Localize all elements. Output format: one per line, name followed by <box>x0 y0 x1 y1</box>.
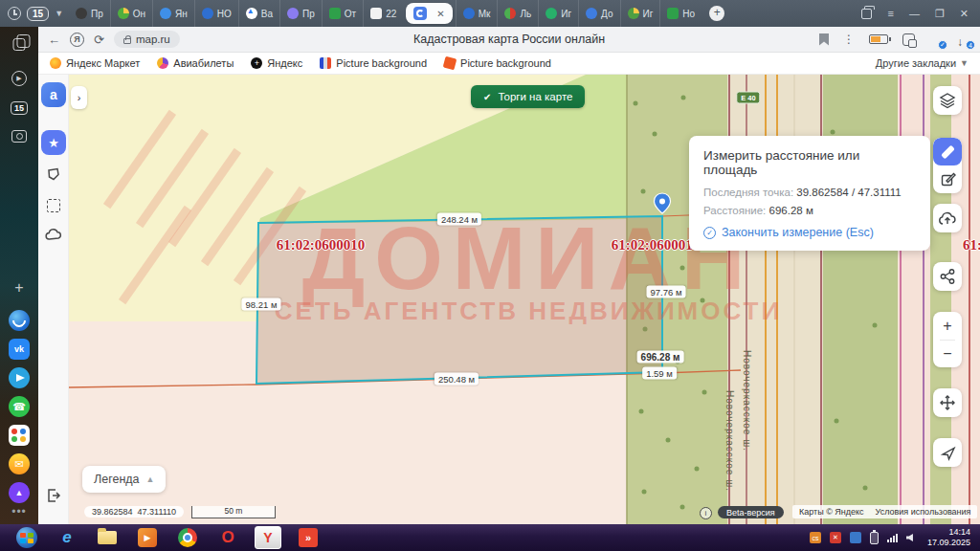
tab[interactable]: Ва <box>238 0 279 27</box>
bookmark-item[interactable]: Яндекс <box>251 57 302 69</box>
attribution-label[interactable]: Карты © Яндекс <box>799 507 864 517</box>
terms-link[interactable]: Условия использования <box>876 507 971 517</box>
bookmark-icon[interactable] <box>819 33 829 46</box>
close-tab-icon[interactable]: ✕ <box>436 9 444 19</box>
chevron-down-icon[interactable]: ▼ <box>55 9 63 18</box>
battery-icon[interactable] <box>870 532 879 544</box>
yandex-browser-icon-active[interactable]: Y <box>255 526 281 549</box>
minimize-button[interactable]: — <box>909 8 920 19</box>
telegram-icon[interactable] <box>9 367 30 388</box>
tab[interactable]: От <box>322 0 363 27</box>
other-bookmarks-button[interactable]: Другие закладки▼ <box>876 57 969 69</box>
downloads-icon[interactable]: ↓4 <box>957 33 970 46</box>
zoom-out-button[interactable]: − <box>933 341 962 367</box>
new-tab-button[interactable]: + <box>709 6 724 21</box>
file-explorer-icon[interactable] <box>94 526 121 549</box>
alice-icon[interactable]: ▲ <box>9 482 30 503</box>
vk-icon[interactable]: vk <box>9 339 30 360</box>
tab[interactable]: Пр <box>279 0 322 27</box>
address-bar[interactable]: map.ru <box>114 31 180 48</box>
legend-label: Легенда <box>94 473 140 486</box>
edit-button[interactable] <box>933 165 962 193</box>
tab[interactable]: Пр <box>69 0 110 27</box>
map-app-logo[interactable]: a <box>41 82 66 107</box>
map-app-sidebar: a ★ <box>38 75 69 524</box>
tab[interactable]: Иг <box>538 0 578 27</box>
tray-flag-icon[interactable]: ✕ <box>830 532 841 543</box>
info-icon[interactable]: i <box>700 507 712 519</box>
tab-counter-badge[interactable]: 15 <box>11 101 28 115</box>
yandex-home-icon[interactable]: Я <box>70 33 84 47</box>
reload-button[interactable]: ⟳ <box>94 33 104 47</box>
media-player-icon[interactable]: ▶ <box>134 526 161 549</box>
tab-title: Мк <box>479 9 491 19</box>
bookmark-item[interactable]: Авиабилеты <box>157 57 234 69</box>
tab[interactable]: 22 <box>363 0 403 27</box>
battery-saver-icon[interactable] <box>869 34 888 44</box>
tab[interactable]: НО <box>194 0 238 27</box>
extension-icon[interactable]: ✓ <box>929 33 943 46</box>
sidebar-expand-button[interactable]: › <box>71 86 87 109</box>
tab-favicon <box>504 8 516 19</box>
trades-on-map-button[interactable]: ✔ Торги на карте <box>471 85 585 108</box>
video-icon[interactable]: ▶ <box>11 71 27 86</box>
pan-button[interactable] <box>933 388 962 417</box>
whatsapp-icon[interactable]: ☎ <box>9 396 30 417</box>
volume-icon[interactable] <box>906 534 913 541</box>
maximize-button[interactable]: ❐ <box>935 8 945 20</box>
history-icon[interactable] <box>8 7 21 20</box>
tab-panel-icon[interactable] <box>861 9 872 19</box>
internet-explorer-icon[interactable]: e <box>54 526 80 549</box>
chrome-icon[interactable] <box>174 526 201 549</box>
polygon-tool-icon[interactable] <box>46 166 61 186</box>
bookmark-item[interactable]: Яндекс Маркет <box>50 57 140 69</box>
legend-button[interactable]: Легенда ▲ <box>82 466 166 493</box>
tab[interactable]: Иг <box>620 0 660 27</box>
tray-app-icon[interactable] <box>850 532 861 543</box>
tab-title: Ян <box>175 9 188 19</box>
close-window-button[interactable]: ✕ <box>960 8 969 20</box>
map-scale-bar: 50 m <box>191 506 276 518</box>
map-canvas[interactable]: ДОМИАН СЕТЬ АГЕНТСТВ НЕДВИЖИМОСТИ 61:02:… <box>69 75 980 524</box>
kebab-menu-icon[interactable]: ⋮ <box>843 33 855 46</box>
bookmark-item[interactable]: Picture background <box>320 57 427 69</box>
locate-button[interactable] <box>933 438 962 467</box>
mail-ru-icon[interactable] <box>9 310 30 331</box>
upload-button[interactable] <box>933 204 962 232</box>
collections-icon[interactable] <box>902 33 915 46</box>
ruler-button[interactable] <box>933 138 962 165</box>
tab-group-chip[interactable]: 15 <box>27 7 49 21</box>
yandex-icon <box>251 57 262 69</box>
share-button[interactable] <box>933 262 962 291</box>
tab[interactable]: Он <box>110 0 152 27</box>
back-button[interactable]: ← <box>48 33 60 47</box>
tabs-sync-icon[interactable] <box>13 38 26 51</box>
tab[interactable]: Мк <box>456 0 498 27</box>
tab-active[interactable]: ✕ <box>406 3 452 24</box>
favorites-star-button[interactable]: ★ <box>41 130 66 155</box>
screenshot-icon[interactable] <box>11 130 27 143</box>
area-select-icon[interactable] <box>47 199 60 212</box>
layers-button[interactable] <box>933 86 962 115</box>
yandex-mail-icon[interactable]: ✉ <box>9 453 30 474</box>
tab[interactable]: Ль <box>497 0 538 27</box>
tab[interactable]: Ян <box>152 0 194 27</box>
tab[interactable]: Но <box>659 0 702 27</box>
finish-measure-link[interactable]: ✓ Закончить измерение (Esc) <box>703 226 916 239</box>
tray-app-icon[interactable]: cs <box>810 532 821 543</box>
menu-icon[interactable]: ≡ <box>887 8 893 19</box>
tab-favicon <box>246 8 257 19</box>
add-shortcut-icon[interactable]: + <box>14 279 23 297</box>
bookmark-item[interactable]: Picture background <box>444 57 551 69</box>
exit-icon[interactable] <box>46 488 61 507</box>
taskbar-clock[interactable]: 14:14 17.09.2025 <box>922 527 980 549</box>
yandex-services-icon[interactable] <box>9 425 30 446</box>
cloud-icon[interactable] <box>45 228 62 245</box>
opera-icon[interactable]: O <box>214 526 241 549</box>
start-button[interactable] <box>13 526 40 549</box>
more-apps-icon[interactable]: ••• <box>11 505 27 518</box>
network-signal-icon[interactable] <box>887 534 898 542</box>
tab[interactable]: До <box>578 0 619 27</box>
app-icon[interactable]: » <box>295 526 322 549</box>
zoom-in-button[interactable]: + <box>933 313 962 340</box>
